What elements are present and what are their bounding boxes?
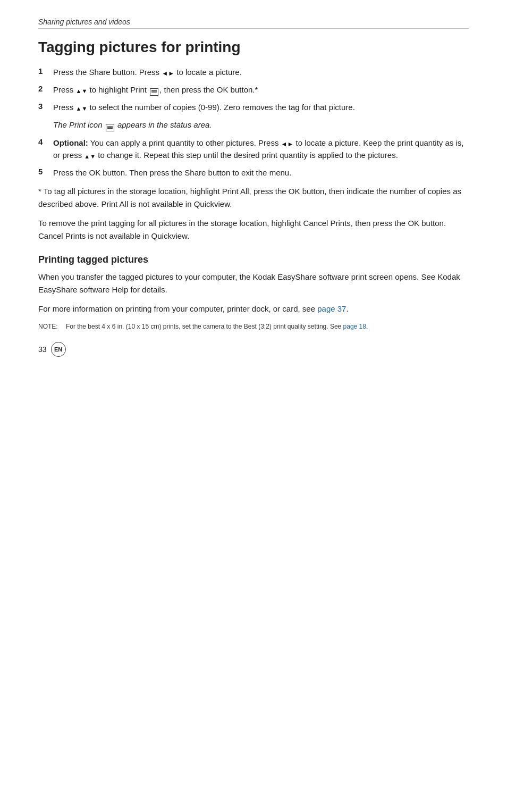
ud-arrow-icon-2 (76, 86, 88, 96)
step-2-text-mid1: to highlight Print (87, 85, 149, 94)
step-4-text3: to change it. Repeat this step until the… (96, 150, 398, 160)
section2-para2-before: For more information on printing from yo… (38, 304, 317, 313)
step-1-text-before: Press the Share button. Press (53, 68, 162, 77)
step-4-row: 4 Optional: You can apply a print quanti… (38, 137, 469, 162)
note-link[interactable]: page 18 (343, 323, 366, 330)
step-3-row: 3 Press to select the number of copies (… (38, 101, 469, 113)
page-container: Sharing pictures and videos Tagging pict… (0, 0, 507, 374)
step-2-text-before: Press (53, 85, 76, 94)
ud-arrow-icon-3 (76, 103, 88, 114)
step-3-text-after: to select the number of copies (0-99). Z… (87, 103, 355, 112)
step-4-num: 4 (38, 137, 53, 146)
section2-para2: For more information on printing from yo… (38, 303, 469, 315)
breadcrumb: Sharing pictures and videos (38, 18, 130, 26)
section2-title: Printing tagged pictures (38, 254, 469, 265)
step-1-text-after: to locate a picture. (174, 68, 242, 77)
section2-link[interactable]: page 37 (317, 304, 346, 313)
footnote-text: * To tag all pictures in the storage loc… (38, 187, 461, 208)
step-1-row: 1 Press the Share button. Press to locat… (38, 66, 469, 78)
step-5-content: Press the OK button. Then press the Shar… (53, 166, 469, 179)
print-icon-2 (150, 88, 158, 96)
section2-para1: When you transfer the tagged pictures to… (38, 271, 469, 296)
note-block: NOTE: For the best 4 x 6 in. (10 x 15 cm… (38, 322, 469, 331)
step-4-text: You can apply a print quantity to other … (90, 138, 281, 147)
step-1-content: Press the Share button. Press to locate … (53, 66, 469, 78)
step-3-num: 3 (38, 101, 53, 111)
note-label: NOTE: (38, 322, 66, 331)
print-icon-note (106, 124, 114, 131)
step-3-content: Press to select the number of copies (0-… (53, 101, 469, 113)
page-footer: 33 EN (38, 342, 66, 357)
lr-arrow-icon-1 (162, 68, 174, 79)
note-text: For the best 4 x 6 in. (10 x 15 cm) prin… (66, 322, 469, 331)
italic-note-row: The Print icon appears in the status are… (53, 119, 469, 131)
step-2-row: 2 Press to highlight Print , then press … (38, 83, 469, 96)
ud-arrow-icon-4 (84, 151, 96, 162)
lr-arrow-icon-4 (281, 139, 294, 149)
step-2-num: 2 (38, 83, 53, 93)
remove-para: To remove the print tagging for all pict… (38, 217, 469, 242)
main-title: Tagging pictures for printing (38, 38, 469, 56)
page-number: 33 (38, 345, 47, 354)
lang-badge: EN (51, 342, 66, 357)
note-text-before: For the best 4 x 6 in. (10 x 15 cm) prin… (66, 323, 343, 330)
header-section: Sharing pictures and videos (38, 17, 469, 29)
step-5-row: 5 Press the OK button. Then press the Sh… (38, 166, 469, 179)
step-4-content: Optional: You can apply a print quantity… (53, 137, 469, 162)
step-2-text-after: , then press the OK button.* (159, 85, 258, 94)
step-4-optional: Optional: (53, 138, 88, 147)
step-2-content: Press to highlight Print , then press th… (53, 83, 469, 96)
step-3-text-before: Press (53, 103, 76, 112)
section2-para2-after: . (346, 304, 348, 313)
step-5-num: 5 (38, 166, 53, 176)
italic-note-text: The Print icon appears in the status are… (53, 120, 212, 129)
note-text-after: . (366, 323, 368, 330)
footnote-block: * To tag all pictures in the storage loc… (38, 185, 469, 211)
step-1-num: 1 (38, 66, 53, 76)
